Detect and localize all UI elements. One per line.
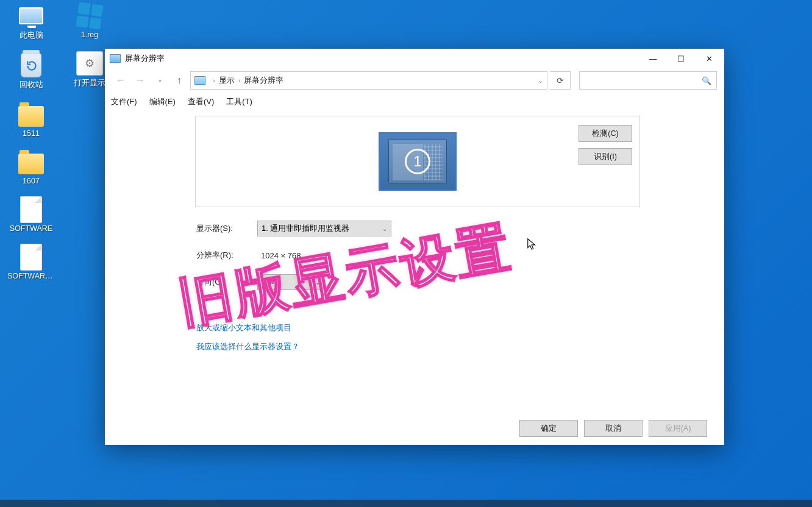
refresh-button[interactable]: ⟳ <box>550 71 571 90</box>
window-screen-resolution: 屏幕分辨率 — ☐ ✕ ← → ▾ ↑ › 显示 › 屏幕分辨率 ⌄ ⟳ 🔍 文… <box>105 49 724 445</box>
chevron-down-icon: ⌄ <box>315 279 320 286</box>
menu-tools[interactable]: 工具(T) <box>226 96 252 107</box>
registry-icon <box>76 2 103 29</box>
crumb-display[interactable]: 显示 <box>219 75 235 86</box>
minimize-button[interactable]: — <box>639 49 667 68</box>
search-box[interactable]: 🔍 <box>579 71 717 90</box>
label: 1511 <box>23 129 40 138</box>
menu-view[interactable]: 查看(V) <box>188 96 214 107</box>
label: 1607 <box>23 177 40 185</box>
crumb-dropdown-icon[interactable]: ⌄ <box>538 77 543 85</box>
label: 此电脑 <box>20 30 43 41</box>
monitor-icon <box>19 7 43 24</box>
label: SOFTWARE <box>10 224 52 233</box>
label: 1.reg <box>81 30 99 39</box>
content: 1 检测(C) 识别(I) 显示器(S): 1. 通用非即插即用监视器 ⌄ 分辨… <box>105 111 724 445</box>
menu-file[interactable]: 文件(F) <box>111 96 137 107</box>
detect-button[interactable]: 检测(C) <box>579 125 632 142</box>
label-resolution: 分辨率(R): <box>196 250 245 261</box>
recycle-icon <box>21 53 41 77</box>
breadcrumb[interactable]: › 显示 › 屏幕分辨率 ⌄ <box>190 71 547 90</box>
link-row-1: 放大或缩小文本和其他项目 <box>196 322 719 333</box>
select-display-value: 1. 通用非即插即用监视器 <box>262 223 349 234</box>
select-orientation[interactable]: 横向 ⌄ <box>257 274 324 290</box>
folder-icon <box>18 154 44 174</box>
label: 打开显示 <box>74 78 105 88</box>
ok-button[interactable]: 确定 <box>519 420 578 437</box>
close-button[interactable]: ✕ <box>695 49 723 68</box>
cancel-button[interactable]: 取消 <box>584 420 643 437</box>
gear-icon: ⚙ <box>76 51 103 76</box>
icon-reg[interactable]: 1.reg <box>67 2 112 39</box>
menu-edit[interactable]: 编辑(E) <box>149 96 176 107</box>
link-which-settings[interactable]: 我应该选择什么显示器设置？ <box>196 342 299 351</box>
identify-button[interactable]: 识别(I) <box>579 148 632 165</box>
back-button[interactable]: ← <box>112 72 129 89</box>
chevron-right-icon: › <box>238 77 241 84</box>
window-icon <box>110 54 121 63</box>
icon-file-software[interactable]: SOFTWARE <box>9 196 54 233</box>
history-dropdown[interactable]: ▾ <box>151 72 168 89</box>
label-orientation: 方向(O): <box>196 277 245 288</box>
maximize-button[interactable]: ☐ <box>667 49 695 68</box>
chevron-right-icon: › <box>213 77 215 84</box>
titlebar[interactable]: 屏幕分辨率 — ☐ ✕ <box>105 49 724 68</box>
link-text-size[interactable]: 放大或缩小文本和其他项目 <box>196 323 291 332</box>
chevron-down-icon: ⌄ <box>325 252 330 259</box>
folder-icon <box>18 106 44 127</box>
taskbar[interactable] <box>0 500 812 507</box>
chevron-down-icon: ⌄ <box>382 225 387 232</box>
row-display: 显示器(S): 1. 通用非即插即用监视器 ⌄ <box>196 221 719 236</box>
icon-folder-1607[interactable]: 1607 <box>9 149 54 185</box>
row-orientation: 方向(O): 横向 ⌄ <box>196 274 719 290</box>
crumb-resolution[interactable]: 屏幕分辨率 <box>244 75 283 86</box>
icon-folder-1511[interactable]: 1511 <box>9 101 54 138</box>
display-icon <box>194 76 205 85</box>
select-resolution-value: 1024 × 768 <box>261 251 301 260</box>
icon-this-pc[interactable]: 此电脑 <box>9 2 54 41</box>
apply-button[interactable]: 应用(A) <box>649 420 707 437</box>
select-resolution[interactable]: 1024 × 768 ⌄ <box>257 247 333 263</box>
monitor-preview[interactable]: 1 <box>379 132 457 191</box>
search-input[interactable] <box>585 76 702 85</box>
file-icon <box>20 196 42 223</box>
label: 回收站 <box>20 80 43 90</box>
select-display[interactable]: 1. 通用非即插即用监视器 ⌄ <box>257 221 391 236</box>
display-preview-box: 1 检测(C) 识别(I) <box>195 116 640 207</box>
row-resolution: 分辨率(R): 1024 × 768 ⌄ <box>196 247 719 263</box>
link-row-2: 我应该选择什么显示器设置？ <box>196 341 719 352</box>
select-orientation-value: 横向 <box>262 277 277 288</box>
up-button[interactable]: ↑ <box>171 72 188 89</box>
search-icon: 🔍 <box>702 76 711 85</box>
window-title: 屏幕分辨率 <box>125 54 165 64</box>
monitor-number: 1 <box>405 149 430 174</box>
nav-row: ← → ▾ ↑ › 显示 › 屏幕分辨率 ⌄ ⟳ 🔍 <box>105 68 724 93</box>
label-display: 显示器(S): <box>196 223 245 234</box>
icon-recycle-bin[interactable]: 回收站 <box>9 52 54 90</box>
menubar: 文件(F) 编辑(E) 查看(V) 工具(T) <box>105 93 724 111</box>
file-icon <box>20 244 42 271</box>
icon-file-software2[interactable]: SOFTWARE... <box>9 244 54 280</box>
bottom-buttons: 确定 取消 应用(A) <box>110 412 719 445</box>
label: SOFTWARE... <box>7 272 55 280</box>
forward-button: → <box>132 72 149 89</box>
